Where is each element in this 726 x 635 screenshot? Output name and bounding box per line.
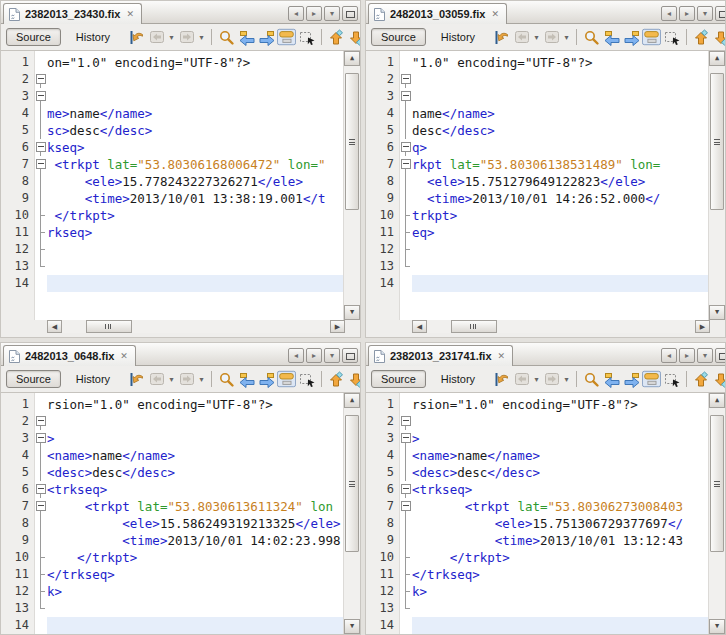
fold-collapse-icon[interactable]	[400, 156, 412, 173]
code-line[interactable]: eq>	[412, 224, 708, 241]
fold-collapse-icon[interactable]	[400, 430, 412, 447]
editor-tab[interactable]: 2482013_0648.fix ✕	[3, 345, 136, 366]
toggle-highlight-search-icon[interactable]	[277, 370, 296, 388]
last-edit-position-icon[interactable]	[127, 28, 146, 46]
fold-collapse-icon[interactable]	[400, 413, 412, 430]
code-line[interactable]: trkpt>	[412, 207, 708, 224]
fold-collapse-icon[interactable]	[35, 156, 47, 173]
code-line[interactable]	[47, 241, 343, 258]
last-edit-position-icon[interactable]	[492, 28, 511, 46]
next-bookmark-icon[interactable]	[712, 28, 725, 46]
code-line[interactable]: </trkpt>	[47, 549, 343, 566]
editor-tab[interactable]: 2382013_23430.fix ✕	[3, 3, 142, 24]
code-line[interactable]: <ele>15.751306729377697</	[412, 515, 708, 532]
code-area[interactable]: rsion="1.0" encoding="UTF-8"?>><name>nam…	[412, 393, 708, 634]
code-line-current[interactable]	[47, 617, 343, 634]
editor-tab[interactable]: 2482013_03059.fix ✕	[368, 3, 507, 24]
code-line[interactable]: on="1.0" encoding="UTF-8"?>	[47, 54, 343, 71]
scroll-tabs-left-button[interactable]: ◂	[661, 348, 677, 363]
code-line[interactable]: rkseq>	[47, 224, 343, 241]
history-toggle-button[interactable]: History	[67, 370, 119, 388]
scroll-tabs-right-button[interactable]: ▸	[306, 6, 322, 21]
source-toggle-button[interactable]: Source	[371, 370, 426, 388]
tab-close-icon[interactable]: ✕	[498, 351, 506, 361]
scroll-down-button[interactable]: ▼	[344, 305, 360, 320]
code-area[interactable]: "1.0" encoding="UTF-8"?>name</name>desc<…	[412, 51, 708, 320]
vertical-scrollbar[interactable]: ▲ ▼	[343, 393, 360, 634]
code-line-current[interactable]	[412, 275, 708, 292]
code-line[interactable]: rsion="1.0" encoding="UTF-8"?>	[412, 396, 708, 413]
jump-back-dropdown-icon[interactable]: ▾	[532, 28, 541, 46]
tab-list-dropdown-button[interactable]: ▾	[324, 6, 340, 21]
code-line[interactable]: <name>name</name>	[47, 447, 343, 464]
horizontal-scrollbar[interactable]: ◀ ▶	[47, 320, 345, 333]
code-line[interactable]: </trkpt>	[47, 207, 343, 224]
tab-close-icon[interactable]: ✕	[120, 351, 128, 361]
find-selection-icon[interactable]	[217, 28, 236, 46]
jump-forward-icon[interactable]	[542, 28, 561, 46]
code-line[interactable]: k>	[47, 583, 343, 600]
code-line[interactable]: q>	[412, 139, 708, 156]
code-line[interactable]: <trkseq>	[412, 481, 708, 498]
fold-collapse-icon[interactable]	[400, 71, 412, 88]
code-line[interactable]: kseq>	[47, 139, 343, 156]
toggle-highlight-search-icon[interactable]	[642, 28, 661, 46]
find-previous-icon[interactable]	[237, 28, 256, 46]
code-line[interactable]	[47, 71, 343, 88]
find-selection-icon[interactable]	[582, 370, 601, 388]
fold-collapse-icon[interactable]	[400, 498, 412, 515]
code-line[interactable]	[412, 600, 708, 617]
toggle-highlight-search-icon[interactable]	[642, 370, 661, 388]
fold-collapse-icon[interactable]	[35, 71, 47, 88]
scroll-up-button[interactable]: ▲	[344, 51, 360, 66]
tab-close-icon[interactable]: ✕	[126, 9, 134, 19]
code-line[interactable]: rsion="1.0" encoding="UTF-8"?>	[47, 396, 343, 413]
code-line[interactable]: desc</desc>	[412, 122, 708, 139]
code-line[interactable]: <desc>desc</desc>	[47, 464, 343, 481]
scroll-tabs-right-button[interactable]: ▸	[679, 6, 695, 21]
code-line[interactable]: <ele>15.778243227326271</ele>	[47, 173, 343, 190]
rectangular-selection-icon[interactable]	[297, 28, 316, 46]
jump-forward-icon[interactable]	[177, 370, 196, 388]
next-bookmark-icon[interactable]	[347, 28, 360, 46]
tab-close-icon[interactable]: ✕	[491, 9, 499, 19]
code-line[interactable]	[47, 600, 343, 617]
jump-back-dropdown-icon[interactable]: ▾	[167, 370, 176, 388]
code-area[interactable]: rsion="1.0" encoding="UTF-8"?>><name>nam…	[47, 393, 343, 634]
scroll-tabs-right-button[interactable]: ▸	[679, 348, 695, 363]
rectangular-selection-icon[interactable]	[297, 370, 316, 388]
maximize-pane-button[interactable]	[715, 6, 726, 21]
next-bookmark-icon[interactable]	[712, 370, 725, 388]
code-line[interactable]	[412, 258, 708, 275]
source-toggle-button[interactable]: Source	[371, 28, 426, 46]
maximize-pane-button[interactable]	[715, 348, 726, 363]
toggle-highlight-search-icon[interactable]	[277, 28, 296, 46]
code-line[interactable]	[47, 88, 343, 105]
fold-collapse-icon[interactable]	[35, 88, 47, 105]
code-line[interactable]: <trkpt lat="53.8030613611324" lon	[47, 498, 343, 515]
code-line-current[interactable]	[47, 275, 343, 292]
find-selection-icon[interactable]	[582, 28, 601, 46]
scroll-up-button[interactable]: ▲	[709, 393, 725, 408]
code-area[interactable]: on="1.0" encoding="UTF-8"?>me>name</name…	[47, 51, 343, 320]
code-line[interactable]: <name>name</name>	[412, 447, 708, 464]
jump-back-icon[interactable]	[147, 28, 166, 46]
history-toggle-button[interactable]: History	[432, 370, 484, 388]
find-next-icon[interactable]	[257, 28, 276, 46]
scroll-up-button[interactable]: ▲	[709, 51, 725, 66]
last-edit-position-icon[interactable]	[492, 370, 511, 388]
fold-collapse-icon[interactable]	[35, 139, 47, 156]
jump-back-icon[interactable]	[512, 370, 531, 388]
jump-back-dropdown-icon[interactable]: ▾	[167, 28, 176, 46]
jump-back-icon[interactable]	[512, 28, 531, 46]
jump-forward-icon[interactable]	[542, 370, 561, 388]
scroll-left-button[interactable]: ◀	[47, 320, 62, 333]
code-line[interactable]	[412, 88, 708, 105]
rectangular-selection-icon[interactable]	[662, 28, 681, 46]
find-previous-icon[interactable]	[602, 28, 621, 46]
code-line[interactable]: <time>2013/10/01 13:12:43	[412, 532, 708, 549]
scroll-right-button[interactable]: ▶	[695, 320, 710, 333]
scroll-left-button[interactable]: ◀	[412, 320, 427, 333]
vertical-scrollbar-thumb[interactable]	[345, 415, 359, 552]
horizontal-scrollbar-thumb[interactable]	[451, 320, 497, 333]
